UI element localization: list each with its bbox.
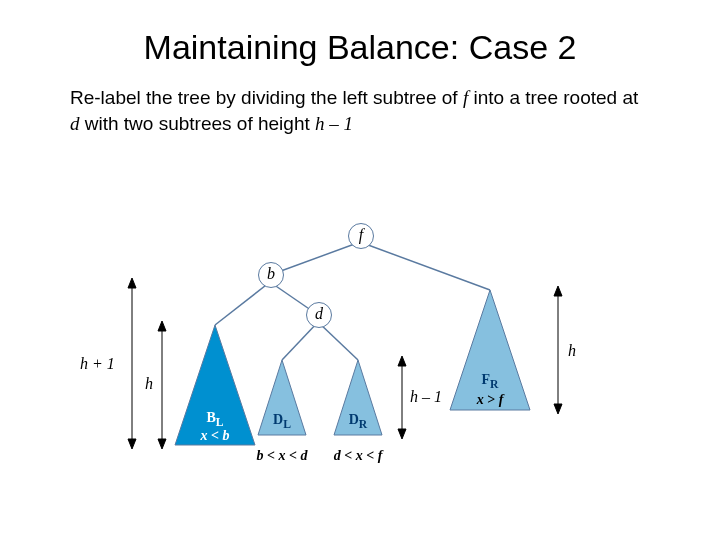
height-hminus1: h – 1 [410,388,442,406]
svg-line-4 [282,322,318,360]
subtree-DR-label: DR [338,412,378,431]
node-d: d [306,302,332,328]
slide-title: Maintaining Balance: Case 2 [0,0,720,67]
height-h-left: h [145,375,153,393]
subtree-BL-cond: x < b [175,428,255,444]
subtree-DL-label: DL [262,412,302,431]
svg-marker-15 [158,439,166,449]
subtree-DR-cond: d < x < f [318,448,398,464]
tree-diagram: f b d BL x < b DL b < x < d DR d < x < f… [110,220,610,500]
node-b: b [258,262,284,288]
svg-marker-17 [398,356,406,366]
svg-marker-21 [554,404,562,414]
svg-line-1 [360,242,490,290]
subtree-BL-label: BL [195,410,235,429]
height-hplus1: h + 1 [80,355,115,373]
subtree-DL-cond: b < x < d [242,448,322,464]
svg-line-5 [318,322,358,360]
height-h-right: h [568,342,576,360]
subtree-FR-cond: x > f [450,392,530,408]
svg-marker-18 [398,429,406,439]
desc-text-1: Re-label the tree by dividing the left s… [70,87,463,108]
desc-text-2: into a tree rooted at [468,87,638,108]
svg-line-2 [215,282,270,325]
svg-marker-11 [128,278,136,288]
svg-marker-20 [554,286,562,296]
svg-marker-12 [128,439,136,449]
var-d: d [70,113,80,134]
slide-description: Re-label the tree by dividing the left s… [0,67,720,136]
svg-marker-14 [158,321,166,331]
var-h: h – 1 [315,113,353,134]
node-f: f [348,223,374,249]
svg-line-0 [270,242,360,275]
subtree-FR-label: FR [470,372,510,391]
desc-text-3: with two subtrees of height [80,113,316,134]
